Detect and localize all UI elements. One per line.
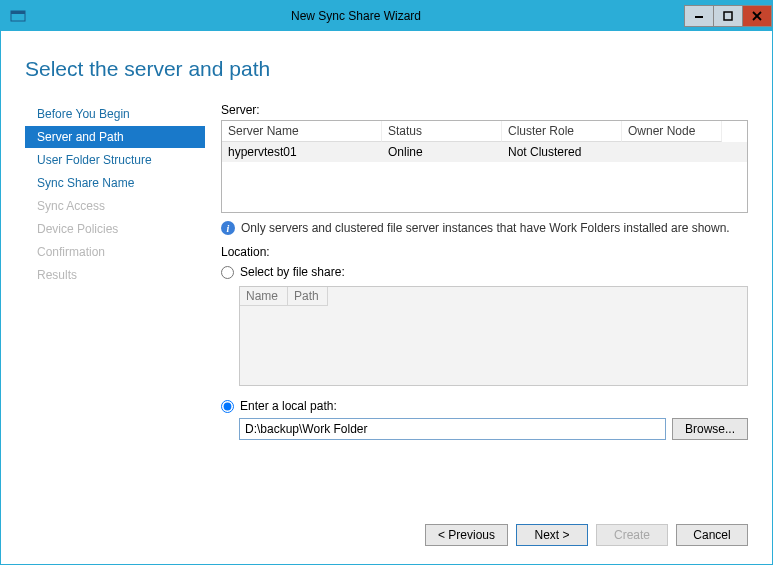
radio-enter-local-path[interactable]: Enter a local path: (221, 399, 748, 413)
close-button[interactable] (742, 5, 772, 27)
info-text: Only servers and clustered file server i… (241, 221, 730, 235)
share-grid: Name Path (239, 286, 748, 386)
browse-button[interactable]: Browse... (672, 418, 748, 440)
svg-rect-3 (724, 12, 732, 20)
radio-share-label: Select by file share: (240, 265, 345, 279)
col-server-name[interactable]: Server Name (222, 121, 382, 142)
local-path-input[interactable] (239, 418, 666, 440)
server-row[interactable]: hypervtest01 Online Not Clustered (222, 142, 747, 162)
radio-select-by-share[interactable]: Select by file share: (221, 265, 748, 279)
cell-status: Online (382, 142, 502, 162)
col-cluster-role[interactable]: Cluster Role (502, 121, 622, 142)
col-owner-node[interactable]: Owner Node (622, 121, 722, 142)
nav-results: Results (25, 264, 205, 286)
nav-sync-access: Sync Access (25, 195, 205, 217)
cell-owner-node (622, 142, 722, 162)
svg-rect-1 (11, 11, 25, 14)
maximize-button[interactable] (713, 5, 743, 27)
wizard-footer: < Previous Next > Create Cancel (25, 510, 748, 552)
nav-confirmation: Confirmation (25, 241, 205, 263)
col-status[interactable]: Status (382, 121, 502, 142)
window-title: New Sync Share Wizard (27, 9, 685, 23)
radio-local-input[interactable] (221, 400, 234, 413)
radio-local-label: Enter a local path: (240, 399, 337, 413)
info-icon: i (221, 221, 235, 235)
cancel-button[interactable]: Cancel (676, 524, 748, 546)
create-button: Create (596, 524, 668, 546)
nav-user-folder-structure[interactable]: User Folder Structure (25, 149, 205, 171)
page-title: Select the server and path (25, 57, 748, 81)
cell-cluster-role: Not Clustered (502, 142, 622, 162)
radio-share-input[interactable] (221, 266, 234, 279)
nav-before-you-begin[interactable]: Before You Begin (25, 103, 205, 125)
next-button[interactable]: Next > (516, 524, 588, 546)
wizard-nav: Before You Begin Server and Path User Fo… (25, 103, 205, 510)
nav-device-policies: Device Policies (25, 218, 205, 240)
previous-button[interactable]: < Previous (425, 524, 508, 546)
nav-sync-share-name[interactable]: Sync Share Name (25, 172, 205, 194)
location-label: Location: (221, 245, 748, 259)
col-share-path: Path (288, 287, 328, 306)
cell-server-name: hypervtest01 (222, 142, 382, 162)
server-label: Server: (221, 103, 748, 117)
title-bar: New Sync Share Wizard (1, 1, 772, 31)
minimize-button[interactable] (684, 5, 714, 27)
app-icon (9, 7, 27, 25)
col-share-name: Name (240, 287, 288, 306)
server-grid[interactable]: Server Name Status Cluster Role Owner No… (221, 120, 748, 213)
nav-server-and-path[interactable]: Server and Path (25, 126, 205, 148)
